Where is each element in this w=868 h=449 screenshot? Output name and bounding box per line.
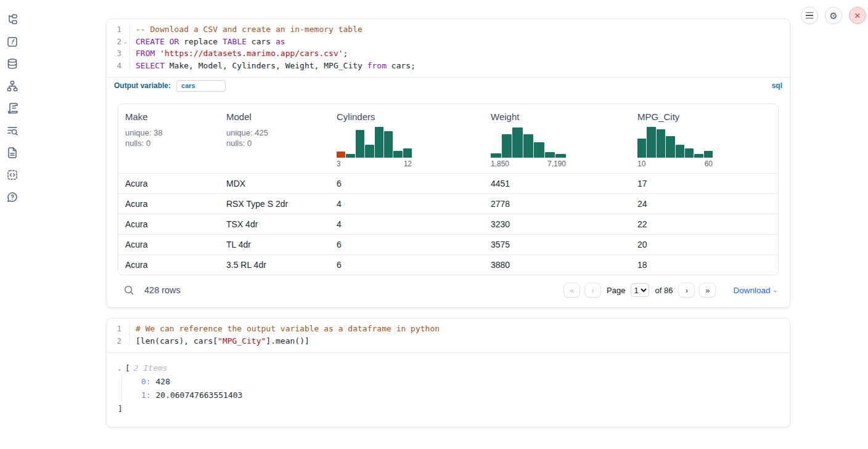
output-variable-input[interactable] — [176, 80, 226, 92]
table-cell: Acura — [118, 199, 219, 209]
item-count: 2 Items — [134, 362, 168, 375]
last-page-icon: » — [705, 286, 710, 295]
line-number: 1 — [107, 23, 121, 36]
table-cell: RSX Type S 2dr — [219, 199, 330, 209]
code-text: [len(cars), cars["MPG_City"].mean()] — [129, 335, 309, 347]
histogram-bar — [502, 134, 512, 158]
histogram-bar — [337, 152, 345, 158]
column-header-mpg_city[interactable]: MPG_City1060 — [631, 104, 778, 173]
row-count: 428 rows — [144, 285, 181, 295]
download-button[interactable]: Download ⌄ — [733, 286, 777, 295]
histogram-bar — [647, 127, 655, 158]
documentation-icon[interactable] — [6, 147, 18, 159]
close-icon: ✕ — [854, 12, 861, 20]
column-title: Model — [226, 111, 325, 122]
column-header-cylinders[interactable]: Cylinders312 — [330, 104, 484, 173]
collapse-icon[interactable]: ⌄ — [118, 362, 125, 375]
code-line: 1# We can reference the output variable … — [107, 323, 790, 335]
code-text: CREATE OR replace TABLE cars as — [129, 36, 285, 48]
table-row: AcuraRSX Type S 2dr4277824 — [118, 193, 778, 214]
file-tree-icon[interactable] — [6, 14, 18, 26]
table-cell: 6 — [330, 260, 484, 270]
fold-chevron-icon[interactable]: ⌄ — [121, 36, 129, 48]
histogram-bar — [555, 154, 566, 158]
settings-button[interactable]: ⚙︎ — [825, 7, 842, 24]
code-line: 2⌄CREATE OR replace TABLE cars as — [107, 36, 790, 48]
table-cell: Acura — [118, 179, 219, 188]
language-badge: sql — [772, 81, 782, 90]
line-number: 1 — [107, 323, 121, 335]
column-header-weight[interactable]: Weight1,8507,190 — [484, 104, 631, 173]
output-variable-label: Output variable: — [114, 81, 171, 90]
column-header-model[interactable]: Modelunique: 425nulls: 0 — [219, 104, 330, 173]
helper-sidebar: f — [0, 0, 25, 449]
shutdown-button[interactable]: ✕ — [849, 7, 866, 24]
histogram-axis-labels: 1,8507,190 — [491, 160, 566, 168]
line-number: 4 — [107, 60, 121, 72]
histogram-bar — [637, 139, 646, 158]
download-label: Download — [733, 286, 770, 295]
histogram-bar — [666, 136, 674, 158]
function-square-icon[interactable]: f — [6, 36, 18, 48]
table-cell: TL 4dr — [219, 240, 330, 249]
histogram-bar — [356, 130, 364, 158]
code-text: FROM 'https://datasets.marimo.app/cars.c… — [129, 47, 348, 60]
snippets-icon[interactable] — [6, 169, 18, 181]
dependency-graph-icon[interactable] — [6, 80, 18, 92]
table-cell: Acura — [118, 260, 219, 270]
help-icon[interactable] — [6, 191, 18, 203]
svg-text:f: f — [11, 38, 15, 46]
python-code-editor[interactable]: 1# We can reference the output variable … — [107, 318, 790, 353]
table-cell: 4 — [330, 199, 484, 209]
sql-code-editor[interactable]: 1-- Download a CSV and create an in-memo… — [107, 19, 790, 77]
histogram-bar — [534, 142, 544, 158]
histogram-axis-labels: 1060 — [637, 160, 713, 168]
scratchpad-icon[interactable] — [6, 102, 18, 115]
table-cell: 3575 — [484, 240, 631, 249]
search-icon[interactable] — [123, 285, 134, 296]
table-cell: 3880 — [484, 260, 631, 270]
column-title: Make — [125, 111, 215, 122]
histogram-bar — [523, 134, 534, 158]
column-histogram: 1060 — [637, 127, 713, 168]
histogram-bar — [685, 148, 694, 158]
table-row: AcuraTSX 4dr4323022 — [118, 214, 778, 234]
menu-button[interactable] — [801, 7, 818, 24]
sql-cell-output: Makeunique: 38nulls: 0Modelunique: 425nu… — [107, 94, 790, 307]
column-header-make[interactable]: Makeunique: 38nulls: 0 — [118, 104, 219, 173]
data-table: Makeunique: 38nulls: 0Modelunique: 425nu… — [118, 103, 779, 275]
hamburger-icon — [806, 12, 813, 19]
close-bracket: ] — [118, 402, 779, 416]
histogram-bar — [375, 127, 383, 158]
table-cell: 22 — [631, 219, 778, 229]
gear-icon: ⚙︎ — [829, 11, 837, 20]
database-icon[interactable] — [6, 58, 18, 70]
line-number: 3 — [107, 47, 121, 60]
first-page-button[interactable]: « — [563, 283, 580, 297]
last-page-button[interactable]: » — [699, 283, 716, 297]
code-text: -- Download a CSV and create an in-memor… — [129, 23, 362, 36]
histogram-bar — [694, 154, 703, 158]
table-cell: 18 — [631, 260, 778, 270]
table-row: AcuraMDX6445117 — [118, 173, 778, 193]
table-cell: 17 — [631, 179, 778, 188]
next-page-button[interactable]: › — [678, 283, 695, 297]
table-cell: 24 — [631, 199, 778, 209]
output-variable-row: Output variable: sql — [107, 77, 790, 94]
table-cell: 4451 — [484, 179, 631, 188]
output-list-items: 0: 4281: 20.060747663551403 — [121, 375, 779, 402]
page-select[interactable]: 1 — [631, 283, 649, 297]
histogram-bar — [393, 151, 402, 158]
table-cell: Acura — [118, 219, 219, 229]
table-cell: MDX — [219, 179, 330, 188]
item-value: 428 — [151, 377, 170, 386]
code-text: # We can reference the output variable a… — [129, 323, 440, 335]
prev-page-button[interactable]: ‹ — [584, 283, 601, 297]
logs-icon[interactable] — [6, 124, 18, 137]
table-cell: 3.5 RL 4dr — [219, 260, 330, 270]
table-cell: TSX 4dr — [219, 219, 330, 229]
sql-cell: 1-- Download a CSV and create an in-memo… — [106, 18, 790, 308]
histogram-bar — [491, 153, 501, 158]
histogram-bar — [365, 145, 374, 158]
table-cell: 6 — [330, 240, 484, 249]
